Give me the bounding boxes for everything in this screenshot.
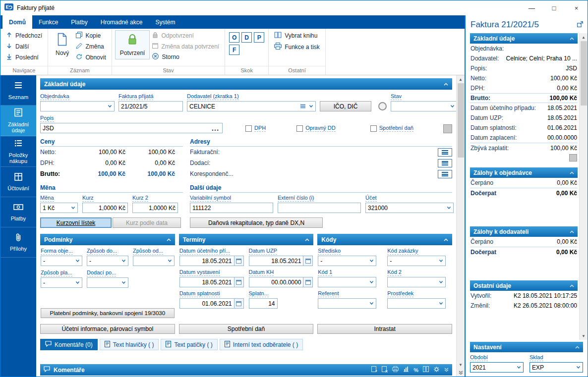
forma-objednani-combobox[interactable]: - <box>41 256 82 266</box>
mena-combobox[interactable]: 1 Kč <box>40 203 78 213</box>
tab-komentare[interactable]: Komentáře (0) <box>40 339 98 350</box>
scrollbar-thumb[interactable] <box>458 83 464 158</box>
chevron-up-icon[interactable] <box>167 238 171 241</box>
dropdown-icon[interactable] <box>73 256 82 266</box>
splatnost-input[interactable]: 14 <box>249 298 278 309</box>
popis-input[interactable]: JSD … <box>40 123 223 133</box>
nastaveni-header[interactable]: Nastavení <box>470 342 583 352</box>
checkbox-icon[interactable] <box>245 125 252 132</box>
datum-kh-field[interactable]: 00.00.0000 <box>249 277 313 287</box>
percent-icon[interactable]: % <box>413 367 418 373</box>
dropdown-icon[interactable] <box>437 256 445 266</box>
spotrebni-dan-checkbox[interactable]: Spotřební daň <box>370 125 413 132</box>
collapse-double-chevron-icon[interactable] <box>444 367 449 374</box>
dropdown-icon[interactable] <box>437 277 445 287</box>
dodaci-podminky-combobox[interactable] <box>87 277 128 288</box>
tab-platby[interactable]: Platby <box>64 15 94 29</box>
dph-checkbox[interactable]: DPH <box>245 125 266 132</box>
functions-print-button[interactable]: Funkce a tisk <box>272 41 322 53</box>
scroll-up-icon[interactable]: ▲ <box>580 33 588 41</box>
sidebar-item-uctovani[interactable]: Účtování <box>0 167 36 197</box>
print-icon[interactable] <box>392 366 399 374</box>
dropdown-icon[interactable] <box>69 203 77 213</box>
komentare-section-header[interactable]: Komentáře % <box>40 364 452 376</box>
kod1-combobox[interactable] <box>318 277 376 287</box>
sidebar-item-zakladni-udaje[interactable]: Základní údaje <box>0 106 36 136</box>
calendar-icon[interactable] <box>234 299 243 308</box>
scroll-down-icon[interactable]: ▼ <box>457 361 465 369</box>
tab-text-hlavicky[interactable]: Text hlavičky ( ) <box>100 339 159 350</box>
sidebar-item-polozky-nakupu[interactable]: Položky nákupu <box>0 136 36 167</box>
datum-splatnosti-field[interactable]: 01.06.2021 <box>179 298 244 309</box>
dropdown-icon[interactable] <box>307 102 315 111</box>
chevron-up-icon[interactable] <box>305 238 309 241</box>
dropdown-icon[interactable] <box>367 277 376 287</box>
ucet-combobox[interactable]: 321000 <box>365 203 454 213</box>
edit-button[interactable]: Změna <box>73 41 108 52</box>
settings-gear-icon[interactable] <box>433 366 440 374</box>
preview-scrollbar[interactable]: ▲ ▼ <box>579 33 588 340</box>
scroll-double-down-icon[interactable] <box>457 369 465 377</box>
close-button[interactable]: × <box>565 0 588 15</box>
dropdown-icon[interactable] <box>119 256 128 266</box>
dropdown-icon[interactable] <box>574 363 583 372</box>
popis-more-button[interactable]: … <box>211 124 222 133</box>
kurz-input[interactable]: 1,0000 Kč <box>82 203 128 213</box>
terminy-header[interactable]: Termíny <box>179 234 314 245</box>
calendar-icon[interactable] <box>234 256 243 266</box>
calendar-icon[interactable] <box>303 277 312 287</box>
dropdown-icon[interactable] <box>515 363 523 372</box>
tab-interni-text[interactable]: Interní text odběratele ( ) <box>220 339 303 350</box>
dodavatel-lookup-field[interactable]: CELNICE <box>187 101 316 111</box>
address-menu-button[interactable] <box>438 170 452 178</box>
form-section-header[interactable]: Základní údaje <box>40 78 452 90</box>
preview-section-zakladni-udaje[interactable]: Základní údaje <box>470 33 578 44</box>
zpusob-odberu-combobox[interactable] <box>133 256 175 266</box>
dropdown-icon[interactable] <box>119 278 128 287</box>
calendar-icon[interactable] <box>234 277 243 287</box>
dropdown-icon[interactable] <box>73 278 82 287</box>
storno-button[interactable]: Storno <box>150 52 222 62</box>
chevron-up-icon[interactable] <box>570 230 574 233</box>
spotrebni-dan-button[interactable]: Spotřební daň <box>179 324 314 334</box>
faktura-input[interactable]: 21/2021/5 <box>118 101 183 111</box>
checkbox-icon[interactable] <box>370 125 377 132</box>
chart-icon[interactable] <box>403 366 409 374</box>
kod-zakazky-combobox[interactable]: - <box>387 256 446 266</box>
new-record-button[interactable]: Nový <box>51 30 73 59</box>
scroll-down-icon[interactable]: ▼ <box>580 332 588 340</box>
dropdown-icon[interactable] <box>367 256 376 266</box>
zpusob-platby-combobox[interactable]: - <box>41 277 82 288</box>
jump-f-button[interactable]: F <box>229 45 239 55</box>
dropdown-icon[interactable] <box>437 299 445 308</box>
chevron-up-icon[interactable] <box>444 83 448 86</box>
sidebar-item-platby[interactable]: Platby <box>0 197 36 227</box>
podminky-header[interactable]: Podmínky <box>40 234 175 245</box>
tab-hromadne-akce[interactable]: Hromadné akce <box>94 15 149 29</box>
select-book-button[interactable]: Vybrat knihu <box>272 30 322 41</box>
dropdown-icon[interactable] <box>166 256 174 266</box>
sklad-combobox[interactable]: EXP <box>529 362 583 373</box>
datum-vystaveni-field[interactable]: 18.05.2021 <box>179 277 244 287</box>
next-record-button[interactable]: Další <box>3 41 45 52</box>
platebni-podminky-button[interactable]: Platební podmínky, bankovní spojení 19/3… <box>41 308 175 318</box>
externi-cislo-input[interactable] <box>278 203 361 213</box>
lookup-icon[interactable] <box>298 102 307 111</box>
tab-text-paticky[interactable]: Text patičky ( ) <box>161 339 217 350</box>
scroll-up-icon[interactable]: ▲ <box>457 75 465 83</box>
intrastat-button[interactable]: Intrastat <box>317 324 452 334</box>
sidebar-item-prilohy[interactable]: Přílohy <box>0 227 36 258</box>
kurz2-input[interactable]: 1,0000 Kč <box>132 203 178 213</box>
chevron-up-icon[interactable] <box>444 238 448 241</box>
copy-button[interactable]: Kopie <box>73 30 108 41</box>
address-menu-button[interactable] <box>438 159 452 167</box>
jump-d-button[interactable]: D <box>241 32 252 43</box>
content-scrollbar[interactable]: ▲ ▼ <box>456 75 465 377</box>
open-in-window-icon[interactable] <box>577 20 584 30</box>
chevron-up-icon[interactable] <box>575 346 580 349</box>
previous-record-button[interactable]: Předchozí <box>3 30 45 41</box>
danova-rekapitulace-button[interactable]: Daňová rekapitulace, typ daně DX,N <box>190 217 323 228</box>
dropdown-icon[interactable] <box>445 203 453 213</box>
dropdown-icon[interactable] <box>367 299 376 308</box>
stredisko-combobox[interactable]: - <box>318 256 376 266</box>
